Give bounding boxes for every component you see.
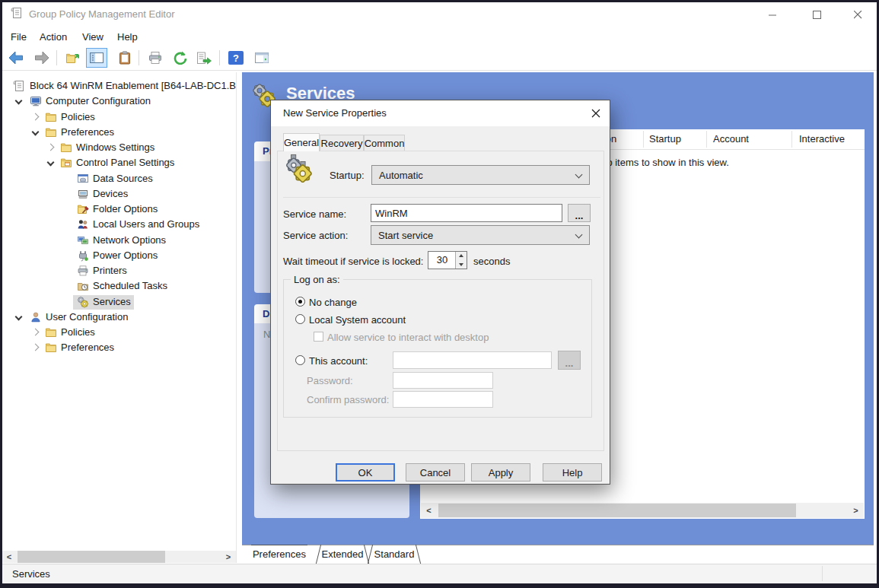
startup-value: Automatic — [379, 170, 423, 181]
column-header-account[interactable]: Account — [713, 133, 749, 145]
chevron-down-icon[interactable] — [47, 159, 55, 167]
help-button[interactable]: Help — [543, 463, 602, 482]
dialog-gears-icon — [285, 154, 314, 183]
chevron-right-icon[interactable] — [47, 144, 55, 151]
interact-desktop-checkbox[interactable] — [314, 332, 323, 342]
cancel-button[interactable]: Cancel — [406, 463, 465, 482]
folder-icon — [60, 141, 72, 154]
toolbar-separator — [139, 50, 139, 65]
startup-select[interactable]: Automatic — [371, 165, 590, 185]
power-options-icon — [77, 250, 89, 262]
chevron-right-icon[interactable] — [32, 113, 40, 121]
scrollbar-thumb[interactable] — [18, 551, 165, 563]
chevron-right-icon[interactable] — [32, 329, 40, 336]
back-icon[interactable] — [6, 48, 27, 68]
column-separator[interactable] — [791, 131, 792, 148]
tree-item-label: Local Users and Groups — [93, 218, 199, 230]
menu-help[interactable]: Help — [117, 31, 138, 45]
refresh-icon[interactable] — [169, 48, 190, 68]
stepper-down-icon[interactable] — [456, 260, 467, 269]
dialog-close-icon[interactable] — [586, 105, 606, 122]
tree-item-network-options[interactable]: Network Options — [2, 234, 235, 248]
stepper-buttons[interactable] — [455, 252, 467, 269]
list-horizontal-scrollbar[interactable]: < > — [421, 503, 864, 518]
service-name-input[interactable] — [371, 204, 562, 222]
dialog-tab-common[interactable]: Common — [364, 135, 405, 151]
chevron-down-icon[interactable] — [32, 129, 40, 136]
tree-item-services[interactable]: Services — [2, 295, 235, 310]
tree-item-control-panel-settings[interactable]: Control Panel Settings — [2, 156, 235, 170]
dialog-tab-general[interactable]: General — [283, 133, 320, 151]
chevron-down-icon — [575, 171, 583, 179]
tab-standard[interactable]: Standard — [372, 545, 416, 564]
forward-icon[interactable] — [30, 48, 52, 68]
stepper-up-icon[interactable] — [456, 252, 467, 260]
show-hide-action-pane-icon[interactable] — [251, 48, 272, 68]
confirm-password-input[interactable] — [393, 391, 493, 408]
chevron-right-icon[interactable] — [32, 344, 40, 351]
gpo-scroll-icon — [13, 80, 25, 92]
column-separator[interactable] — [706, 131, 707, 148]
tree-item-windows-settings[interactable]: Windows Settings — [2, 141, 235, 155]
scroll-right-icon[interactable]: > — [850, 503, 861, 518]
close-button[interactable] — [846, 6, 869, 23]
apply-button[interactable]: Apply — [471, 463, 530, 482]
menu-file[interactable]: File — [11, 31, 27, 45]
ok-button[interactable]: OK — [336, 463, 395, 482]
column-header-startup[interactable]: Startup — [649, 133, 681, 145]
maximize-button[interactable] — [805, 6, 828, 23]
browse-account-button[interactable]: ... — [558, 351, 581, 370]
column-separator[interactable] — [643, 131, 644, 148]
no-change-radio[interactable] — [295, 297, 305, 307]
tree-item-label: Scheduled Tasks — [93, 280, 167, 291]
tree-item-folder-options[interactable]: Folder Options — [2, 202, 235, 217]
print-icon[interactable] — [145, 48, 166, 68]
minimize-button[interactable] — [761, 6, 784, 23]
local-system-radio[interactable] — [295, 314, 305, 324]
chevron-down-icon[interactable] — [15, 313, 23, 321]
up-one-level-icon[interactable] — [62, 48, 84, 68]
chevron-down-icon[interactable] — [15, 97, 23, 105]
tree-horizontal-scrollbar[interactable]: < > — [2, 551, 236, 563]
scroll-right-icon[interactable]: > — [223, 551, 234, 563]
tree-item-preferences-computer[interactable]: Preferences — [2, 126, 235, 140]
tree-item-scheduled-tasks[interactable]: Scheduled Tasks — [2, 279, 235, 294]
column-header-interactive[interactable]: Interactive — [799, 133, 845, 145]
password-input[interactable] — [393, 372, 493, 389]
this-account-input[interactable] — [393, 351, 552, 369]
scroll-left-icon[interactable]: < — [423, 503, 435, 518]
tree-item-label: Block 64 WinRM Enablement [B64-LAB-DC1.B — [30, 80, 236, 91]
status-bar-divider — [822, 566, 823, 581]
export-list-icon[interactable] — [193, 48, 215, 68]
tree-item-printers[interactable]: Printers — [2, 264, 235, 278]
browse-service-button[interactable]: ... — [568, 204, 591, 222]
tree-item-policies-computer[interactable]: Policies — [2, 110, 235, 125]
help-icon[interactable] — [225, 48, 247, 68]
wait-timeout-stepper[interactable]: 30 — [428, 251, 467, 269]
paste-icon[interactable] — [114, 48, 135, 68]
tree-item-preferences-user[interactable]: Preferences — [2, 341, 235, 355]
tree-item-user-configuration[interactable]: User Configuration — [2, 310, 235, 325]
tree-item-label: Computer Configuration — [46, 95, 151, 106]
tree-item-power-options[interactable]: Power Options — [2, 249, 235, 263]
window-title: Group Policy Management Editor — [29, 8, 174, 20]
scrollbar-thumb[interactable] — [438, 504, 796, 517]
tree-item-policies-user[interactable]: Policies — [2, 326, 235, 340]
scroll-left-icon[interactable]: < — [4, 551, 14, 563]
computer-icon — [30, 95, 42, 107]
tree-item-computer-configuration[interactable]: Computer Configuration — [2, 94, 235, 109]
tree-item-label: Printers — [93, 265, 127, 276]
menu-action[interactable]: Action — [40, 31, 67, 45]
tree-item-label: Services — [93, 296, 131, 307]
tab-preferences[interactable]: Preferences — [247, 545, 311, 564]
show-hide-console-tree-icon[interactable] — [86, 48, 107, 68]
dialog-tab-recovery[interactable]: Recovery — [320, 135, 364, 151]
tab-extended[interactable]: Extended — [320, 545, 365, 564]
menu-view[interactable]: View — [82, 31, 104, 45]
tree-item-devices[interactable]: Devices — [2, 187, 235, 202]
service-action-select[interactable]: Start service — [371, 225, 590, 245]
tree-item-local-users-and-groups[interactable]: Local Users and Groups — [2, 218, 235, 232]
tree-item-data-sources[interactable]: Data Sources — [2, 172, 235, 186]
this-account-radio[interactable] — [295, 355, 305, 365]
tree-item-gpo-root[interactable]: Block 64 WinRM Enablement [B64-LAB-DC1.B — [2, 79, 235, 94]
